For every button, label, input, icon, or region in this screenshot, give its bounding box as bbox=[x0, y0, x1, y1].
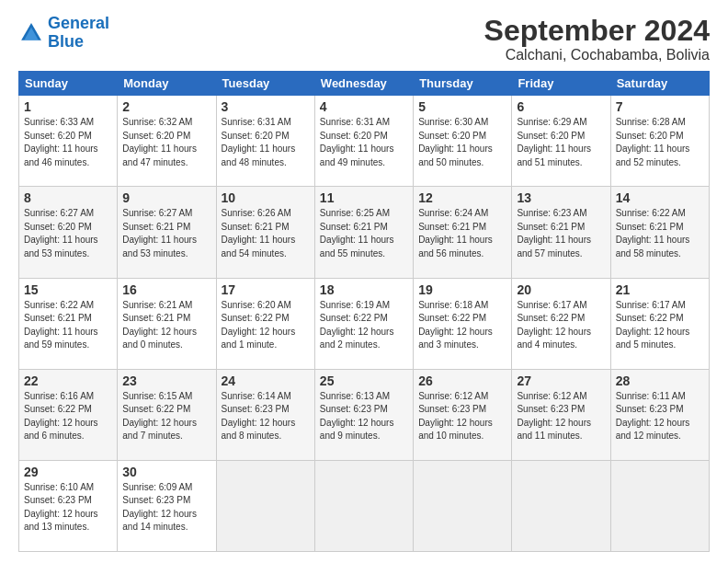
table-row: 19 Sunrise: 6:18 AMSunset: 6:22 PMDaylig… bbox=[414, 278, 512, 369]
table-row: 21 Sunrise: 6:17 AMSunset: 6:22 PMDaylig… bbox=[610, 278, 709, 369]
table-row: 29 Sunrise: 6:10 AMSunset: 6:23 PMDaylig… bbox=[19, 460, 118, 551]
table-row: 28 Sunrise: 6:11 AMSunset: 6:23 PMDaylig… bbox=[610, 369, 709, 460]
table-row: 25 Sunrise: 6:13 AMSunset: 6:23 PMDaylig… bbox=[314, 369, 413, 460]
main-title: September 2024 bbox=[484, 15, 710, 47]
empty-cell bbox=[414, 460, 512, 551]
table-row: 24 Sunrise: 6:14 AMSunset: 6:23 PMDaylig… bbox=[216, 369, 314, 460]
table-row: 14 Sunrise: 6:22 AMSunset: 6:21 PMDaylig… bbox=[610, 187, 709, 278]
table-row: 1Sunrise: 6:33 AMSunset: 6:20 PMDaylight… bbox=[19, 96, 118, 187]
table-row: 11 Sunrise: 6:25 AMSunset: 6:21 PMDaylig… bbox=[314, 187, 413, 278]
col-thursday: Thursday bbox=[414, 72, 512, 96]
header: General Blue September 2024 Calchani, Co… bbox=[18, 15, 710, 63]
logo: General Blue bbox=[18, 15, 109, 52]
title-block: September 2024 Calchani, Cochabamba, Bol… bbox=[484, 15, 710, 63]
table-row: 2 Sunrise: 6:32 AMSunset: 6:20 PMDayligh… bbox=[118, 96, 216, 187]
table-row: 23 Sunrise: 6:15 AMSunset: 6:22 PMDaylig… bbox=[118, 369, 216, 460]
table-row: 27 Sunrise: 6:12 AMSunset: 6:23 PMDaylig… bbox=[512, 369, 610, 460]
empty-cell bbox=[610, 460, 709, 551]
table-row: 6 Sunrise: 6:29 AMSunset: 6:20 PMDayligh… bbox=[512, 96, 610, 187]
table-row: 15 Sunrise: 6:22 AMSunset: 6:21 PMDaylig… bbox=[19, 278, 118, 369]
table-row: 17 Sunrise: 6:20 AMSunset: 6:22 PMDaylig… bbox=[216, 278, 314, 369]
col-monday: Monday bbox=[118, 72, 216, 96]
logo-icon bbox=[18, 20, 44, 46]
col-wednesday: Wednesday bbox=[314, 72, 413, 96]
table-row: 3 Sunrise: 6:31 AMSunset: 6:20 PMDayligh… bbox=[216, 96, 314, 187]
table-row: 30 Sunrise: 6:09 AMSunset: 6:23 PMDaylig… bbox=[118, 460, 216, 551]
empty-cell bbox=[314, 460, 413, 551]
table-row: 4 Sunrise: 6:31 AMSunset: 6:20 PMDayligh… bbox=[314, 96, 413, 187]
table-row: 9 Sunrise: 6:27 AMSunset: 6:21 PMDayligh… bbox=[118, 187, 216, 278]
table-row: 12 Sunrise: 6:24 AMSunset: 6:21 PMDaylig… bbox=[414, 187, 512, 278]
col-friday: Friday bbox=[512, 72, 610, 96]
table-row: 18 Sunrise: 6:19 AMSunset: 6:22 PMDaylig… bbox=[314, 278, 413, 369]
calendar-table: Sunday Monday Tuesday Wednesday Thursday… bbox=[18, 71, 710, 552]
table-row: 13 Sunrise: 6:23 AMSunset: 6:21 PMDaylig… bbox=[512, 187, 610, 278]
empty-cell bbox=[512, 460, 610, 551]
empty-cell bbox=[216, 460, 314, 551]
table-row: 5 Sunrise: 6:30 AMSunset: 6:20 PMDayligh… bbox=[414, 96, 512, 187]
table-row: 10 Sunrise: 6:26 AMSunset: 6:21 PMDaylig… bbox=[216, 187, 314, 278]
page: General Blue September 2024 Calchani, Co… bbox=[0, 0, 728, 563]
logo-text: General Blue bbox=[48, 15, 109, 52]
table-row: 26 Sunrise: 6:12 AMSunset: 6:23 PMDaylig… bbox=[414, 369, 512, 460]
table-row: 22 Sunrise: 6:16 AMSunset: 6:22 PMDaylig… bbox=[19, 369, 118, 460]
logo-general: General bbox=[48, 14, 109, 32]
calendar-header-row: Sunday Monday Tuesday Wednesday Thursday… bbox=[19, 72, 710, 96]
subtitle: Calchani, Cochabamba, Bolivia bbox=[484, 47, 710, 63]
table-row: 16 Sunrise: 6:21 AMSunset: 6:21 PMDaylig… bbox=[118, 278, 216, 369]
col-tuesday: Tuesday bbox=[216, 72, 314, 96]
logo-blue: Blue bbox=[48, 32, 84, 51]
col-sunday: Sunday bbox=[19, 72, 118, 96]
table-row: 7 Sunrise: 6:28 AMSunset: 6:20 PMDayligh… bbox=[610, 96, 709, 187]
table-row: 8 Sunrise: 6:27 AMSunset: 6:20 PMDayligh… bbox=[19, 187, 118, 278]
table-row: 20 Sunrise: 6:17 AMSunset: 6:22 PMDaylig… bbox=[512, 278, 610, 369]
col-saturday: Saturday bbox=[610, 72, 709, 96]
